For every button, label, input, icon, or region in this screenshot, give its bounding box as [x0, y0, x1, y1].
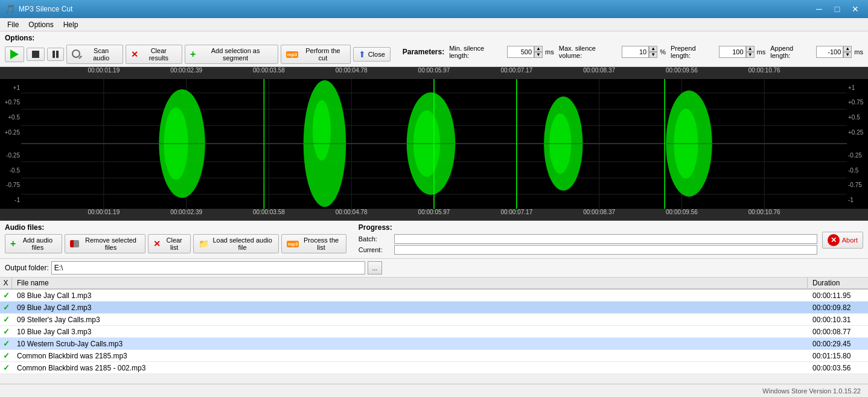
stop-button[interactable] [27, 48, 45, 61]
output-folder-label: Output folder: [5, 264, 49, 272]
left-audio-section: Audio files: + Add audio files Remove se… [5, 223, 346, 253]
minimize-button[interactable]: ─ [811, 3, 827, 15]
process-list-label: Process the list [301, 237, 340, 251]
pause-icon [53, 51, 59, 58]
file-list-container[interactable]: X File name Duration ✓ 08 Blue Jay Call … [0, 278, 868, 374]
play-icon [10, 49, 19, 59]
perform-cut-label: Perform the cut [301, 47, 345, 62]
table-row[interactable]: ✓ 10 Blue Jay Call 3.mp3 00:00:08.77 [0, 326, 868, 338]
min-silence-down[interactable]: ▼ [534, 52, 543, 58]
y-label-p1: +1 [1, 84, 20, 91]
add-audio-files-button[interactable]: + Add audio files [5, 234, 62, 253]
max-silence-input[interactable] [622, 46, 649, 58]
append-length-group: Append length: ▲ ▼ ms [770, 45, 863, 59]
load-icon: 📁 [199, 239, 209, 249]
menu-bar: File Options Help [0, 18, 868, 31]
waveform-display[interactable]: +1 +0.75 +0.5 +0.25 -0.25 -0.5 -0.75 -1 [0, 79, 868, 209]
append-spinner[interactable]: ▲ ▼ [843, 46, 852, 58]
pause-button[interactable] [47, 48, 64, 61]
batch-progress-bar [394, 234, 817, 244]
table-row[interactable]: ✓ 10 Western Scrub-Jay Calls.mp3 00:00:2… [0, 338, 868, 350]
process-icon: mp3 [287, 241, 299, 247]
scan-audio-label: Scan audio [85, 47, 118, 62]
params-label: Parameters: [403, 48, 444, 56]
load-audio-button[interactable]: 📁 Load selected audio file [193, 234, 279, 253]
row-dur-0: 00:00:11.95 [808, 290, 868, 301]
abort-icon: ✕ [828, 234, 840, 246]
prepend-up[interactable]: ▲ [746, 46, 755, 52]
ruler-bottom-0: 00:00:01.19 [88, 209, 120, 215]
append-down[interactable]: ▼ [843, 52, 852, 58]
table-row[interactable]: ✓ 09 Steller's Jay Calls.mp3 00:00:10.31 [0, 314, 868, 326]
abort-label: Abort [842, 237, 858, 244]
row-check-4: ✓ [0, 338, 12, 349]
menu-help[interactable]: Help [59, 19, 83, 30]
clear-list-button[interactable]: ✕ Clear list [148, 234, 191, 253]
prepend-down[interactable]: ▼ [746, 52, 755, 58]
ruler-bottom-6: 00:00:08.37 [583, 209, 615, 215]
close-toolbar-button[interactable]: ⬆ Close [353, 47, 391, 62]
row-check-5: ✓ [0, 350, 12, 361]
row-dur-2: 00:00:10.31 [808, 314, 868, 325]
perform-cut-icon: mp3 [286, 51, 298, 58]
y-label-r-p025: +0.25 [848, 129, 867, 136]
waveform-container[interactable]: 00:00:01.19 00:00:02.39 00:00:03.58 00:0… [0, 67, 868, 221]
prepend-input[interactable] [719, 46, 746, 58]
output-folder-input[interactable] [51, 261, 365, 275]
parameters-section: Parameters: Min. silence length: ▲ ▼ ms … [403, 45, 863, 59]
scan-audio-button[interactable]: Scan audio [66, 45, 123, 64]
y-label-p025: +0.25 [1, 129, 20, 136]
ruler-label-7: 00:00:09.56 [666, 67, 698, 74]
version-text: Windows Store Version 1.0.15.22 [762, 387, 861, 395]
row-name-2: 09 Steller's Jay Calls.mp3 [12, 314, 808, 325]
append-label: Append length: [770, 45, 814, 59]
table-row[interactable]: ✓ 08 Blue Jay Call 1.mp3 00:00:11.95 [0, 290, 868, 302]
restore-button[interactable]: □ [829, 3, 845, 15]
row-name-5: Common Blackbird was 2185.mp3 [12, 351, 808, 361]
y-label-r-p1: +1 [848, 84, 867, 91]
row-check-2: ✓ [0, 314, 12, 325]
title-bar: 🎵 MP3 Silence Cut ─ □ ✕ [0, 0, 868, 18]
max-silence-up[interactable]: ▲ [649, 46, 657, 52]
clear-list-icon: ✕ [153, 239, 161, 249]
ruler-bottom-4: 00:00:05.97 [418, 209, 450, 215]
audio-toolbar: + Add audio files Remove selected files … [5, 234, 346, 253]
table-row[interactable]: ✓ Common Blackbird was 2185.mp3 00:01:15… [0, 350, 868, 362]
min-silence-spinner[interactable]: ▲ ▼ [534, 46, 543, 58]
perform-cut-button[interactable]: mp3 Perform the cut [281, 45, 351, 64]
process-list-button[interactable]: mp3 Process the list [281, 234, 346, 253]
menu-file[interactable]: File [2, 19, 24, 30]
row-name-4: 10 Western Scrub-Jay Calls.mp3 [12, 338, 808, 349]
max-silence-spinner[interactable]: ▲ ▼ [649, 46, 657, 58]
table-row[interactable]: ✓ Common Blackbird was 2185 - 002.mp3 00… [0, 362, 868, 374]
row-dur-1: 00:00:09.82 [808, 302, 868, 313]
row-name-1: 09 Blue Jay Call 2.mp3 [12, 302, 808, 313]
prepend-spinner[interactable]: ▲ ▼ [746, 46, 755, 58]
row-name-0: 08 Blue Jay Call 1.mp3 [12, 290, 808, 301]
browse-button[interactable]: ... [368, 261, 382, 275]
app-icon: 🎵 [5, 4, 15, 14]
clear-results-button[interactable]: ✕ Clear results [126, 45, 182, 64]
close-button[interactable]: ✕ [847, 3, 863, 15]
table-row[interactable]: ✓ 09 Blue Jay Call 2.mp3 00:00:09.82 [0, 302, 868, 314]
min-silence-input[interactable] [507, 46, 534, 58]
remove-selected-button[interactable]: Remove selected files [65, 234, 145, 253]
max-silence-label: Max. silence volume: [559, 45, 619, 59]
max-silence-volume-group: Max. silence volume: ▲ ▼ % [559, 45, 666, 59]
menu-options[interactable]: Options [24, 19, 58, 30]
row-dur-6: 00:00:03.56 [808, 363, 868, 373]
ruler-label-2: 00:00:03.58 [253, 67, 285, 74]
play-button[interactable] [5, 46, 24, 62]
abort-button[interactable]: ✕ Abort [822, 232, 863, 249]
load-audio-label: Load selected audio file [211, 237, 273, 251]
min-silence-up[interactable]: ▲ [534, 46, 543, 52]
row-name-6: Common Blackbird was 2185 - 002.mp3 [12, 363, 808, 373]
append-up[interactable]: ▲ [843, 46, 852, 52]
add-selection-button[interactable]: + Add selection as segment [185, 45, 278, 64]
stop-icon [32, 51, 39, 58]
options-toolbar: Scan audio ✕ Clear results + Add selecti… [5, 45, 391, 64]
y-label-m075: -0.75 [1, 182, 20, 188]
append-input[interactable] [816, 46, 843, 58]
max-silence-down[interactable]: ▼ [649, 52, 657, 58]
y-label-m05: -0.5 [1, 167, 20, 174]
